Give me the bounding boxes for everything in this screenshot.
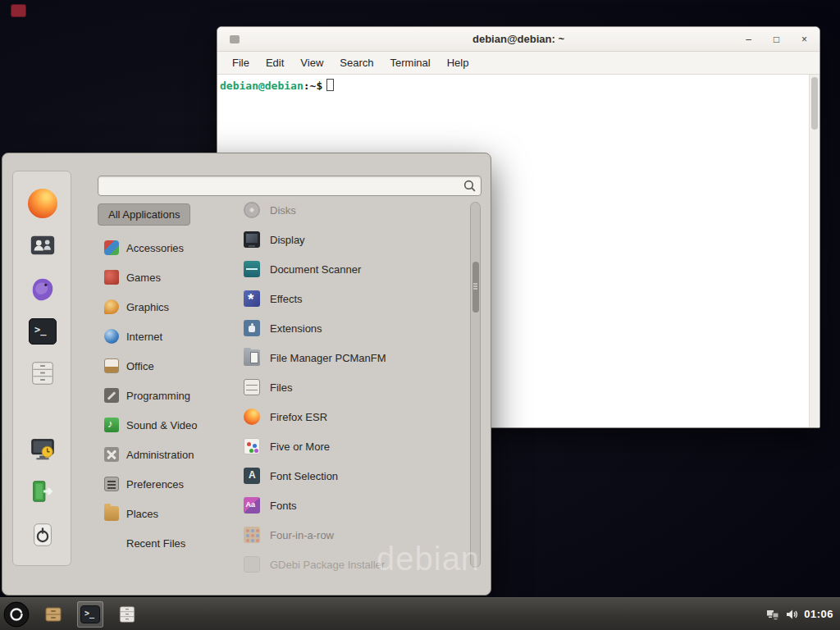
category-item-office[interactable]: Office [98,351,222,381]
shell-prompt: debian@debian:~$ [220,80,322,92]
menu-item-file[interactable]: File [224,53,258,72]
places-icon [104,506,119,521]
desktop: debian@debian: ~ – □ × File Edit View Se… [0,0,840,630]
window-controls: – □ × [743,27,810,52]
app-item-display[interactable]: Display [217,225,468,254]
app-item-effects[interactable]: Effects [217,284,468,313]
sidebar-item-log-out[interactable] [25,473,61,509]
sidebar-item-user-accounts[interactable] [25,227,61,263]
debian-watermark: debian [377,541,480,578]
minimize-button[interactable]: – [743,34,754,45]
category-label: Office [126,360,154,372]
sidebar-item-pidgin[interactable] [25,272,61,308]
files-icon [244,379,260,395]
taskbar-item-terminal[interactable] [77,601,103,628]
category-list: All Applications Accessories Games Graph… [98,203,222,558]
category-item-preferences[interactable]: Preferences [98,469,222,499]
app-list: Disks Display Document Scanner Effects E… [217,195,468,579]
category-item-accessories[interactable]: Accessories [98,233,222,262]
games-icon [104,270,119,285]
titlebar[interactable]: debian@debian: ~ – □ × [217,27,819,52]
category-label: Programming [126,390,190,402]
category-label: Sound & Video [126,419,198,431]
app-label: Font Selection [270,470,338,482]
app-list-scrollbar-thumb[interactable] [472,262,479,313]
app-item-files[interactable]: Files [217,372,468,402]
terminal-icon [80,605,100,623]
category-item-administration[interactable]: Administration [98,440,222,469]
category-item-all-applications[interactable]: All Applications [98,203,190,226]
app-item-firefox-esr[interactable]: Firefox ESR [217,402,468,431]
app-label: GDebi Package Installer [270,559,385,571]
category-item-graphics[interactable]: Graphics [98,292,222,322]
effects-icon [244,290,260,307]
app-item-disks[interactable]: Disks [217,195,468,225]
search-input[interactable] [98,176,482,196]
network-icon[interactable] [766,608,779,621]
administration-icon [104,447,119,462]
prompt-path: :~$ [304,80,322,92]
app-label: Effects [270,293,303,305]
menu-item-search[interactable]: Search [331,53,381,72]
category-item-internet[interactable]: Internet [98,322,222,351]
app-item-font-selection[interactable]: Font Selection [217,461,468,491]
category-label: Preferences [126,478,184,491]
menu-button[interactable] [3,601,30,628]
app-label: Fonts [270,500,297,512]
system-tray: 01:06 [766,608,840,621]
menu-item-terminal[interactable]: Terminal [382,53,439,72]
volume-icon[interactable] [785,608,798,621]
sidebar-item-lock-screen[interactable] [25,431,61,467]
sidebar-item-shut-down[interactable] [25,517,61,553]
app-item-five-or-more[interactable]: Five or More [217,431,468,461]
taskbar-item-files[interactable] [114,601,140,628]
app-list-scrollbar[interactable] [470,202,481,568]
prompt-user-host: debian@debian [220,80,304,92]
category-label: Accessories [126,242,184,254]
close-button[interactable]: × [799,34,810,45]
category-item-recent-files[interactable]: Recent Files [98,528,222,558]
app-item-document-scanner[interactable]: Document Scanner [217,254,468,284]
sidebar-item-terminal[interactable] [25,313,61,349]
category-item-places[interactable]: Places [98,499,222,528]
four-in-a-row-icon [244,527,260,543]
category-item-sound-video[interactable]: Sound & Video [98,410,222,440]
menu-item-help[interactable]: Help [439,53,477,72]
maximize-button[interactable]: □ [771,34,782,45]
app-item-extensions[interactable]: Extensions [217,313,468,343]
pcmanfm-icon [244,349,260,366]
app-item-file-manager-pcmanfm[interactable]: File Manager PCManFM [217,343,468,372]
preferences-icon [104,477,119,491]
sidebar-item-firefox[interactable] [25,185,61,221]
clock[interactable]: 01:06 [804,608,833,620]
category-label: Graphics [126,301,169,313]
search-icon [463,179,477,193]
menu-item-edit[interactable]: Edit [258,53,292,72]
sound-video-icon [104,418,119,432]
programming-icon [104,388,119,403]
document-scanner-icon [244,261,260,277]
menu-sidebar [12,171,71,566]
office-icon [104,358,119,373]
taskbar-item-file-manager[interactable] [40,601,66,628]
app-label: Five or More [270,441,330,453]
app-label: Files [270,381,292,394]
shut-down-icon [29,521,57,549]
app-item-fonts[interactable]: Fonts [217,491,468,520]
category-item-games[interactable]: Games [98,262,222,292]
file-cabinet-icon [29,359,57,387]
terminal-scrollbar-thumb[interactable] [811,77,818,130]
category-label: Places [126,508,158,520]
sidebar-item-files[interactable] [25,355,61,391]
app-label: Firefox ESR [270,411,327,423]
category-item-programming[interactable]: Programming [98,381,222,410]
taskbar: 01:06 [0,597,840,630]
terminal-menubar: File Edit View Search Terminal Help [217,52,819,75]
category-label: Internet [126,331,162,343]
category-label: Games [126,272,161,284]
menu-item-view[interactable]: View [292,53,331,72]
terminal-scrollbar[interactable] [809,75,819,427]
accessories-icon [104,240,119,255]
desktop-corner-icon[interactable] [11,5,25,16]
firefox-icon [28,189,57,218]
